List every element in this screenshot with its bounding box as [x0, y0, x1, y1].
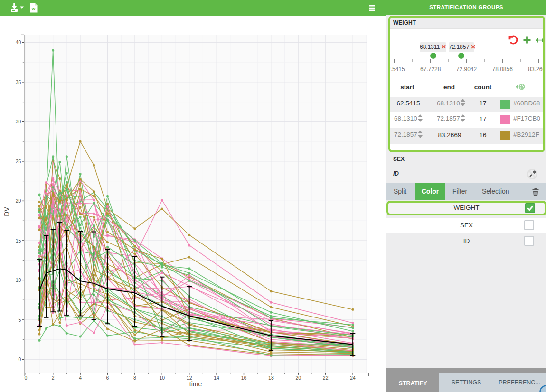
svg-text:time: time [189, 380, 202, 388]
svg-text:22: 22 [323, 375, 329, 381]
svg-text:14: 14 [214, 375, 219, 381]
svg-text:DV: DV [3, 207, 10, 216]
svg-text:12: 12 [187, 375, 192, 381]
svg-text:16: 16 [241, 375, 247, 381]
svg-text:0: 0 [19, 356, 21, 362]
svg-text:8: 8 [133, 375, 136, 381]
svg-text:10: 10 [159, 375, 165, 381]
svg-text:30: 30 [16, 119, 21, 124]
svg-text:18: 18 [268, 375, 274, 381]
svg-text:20: 20 [295, 375, 301, 381]
svg-text:6: 6 [106, 375, 109, 381]
svg-text:40: 40 [16, 39, 21, 45]
svg-text:20: 20 [16, 198, 21, 204]
svg-text:25: 25 [16, 159, 21, 164]
svg-text:5: 5 [19, 317, 21, 323]
svg-text:0: 0 [24, 375, 27, 381]
svg-text:2: 2 [52, 375, 55, 381]
svg-text:24: 24 [350, 375, 356, 381]
svg-text:35: 35 [16, 79, 21, 85]
svg-text:10: 10 [16, 277, 21, 283]
svg-text:15: 15 [16, 238, 21, 243]
svg-text:4: 4 [79, 375, 82, 381]
svg-text:w: w [31, 7, 36, 11]
